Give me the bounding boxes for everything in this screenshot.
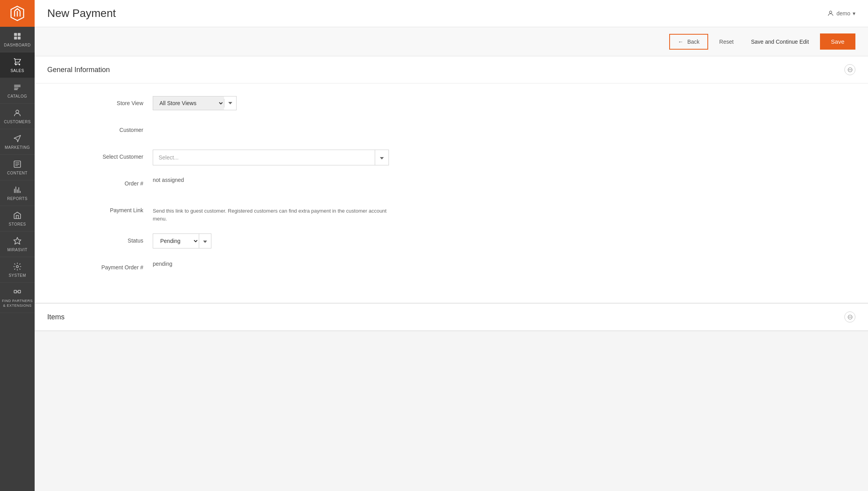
order-number-label: Order #: [66, 176, 153, 187]
items-section-header: Items ⊖: [35, 304, 868, 331]
sidebar-item-catalog[interactable]: CATALOG: [0, 78, 35, 104]
sidebar-item-catalog-label: CATALOG: [7, 94, 27, 98]
reports-icon: [13, 185, 22, 195]
status-row: Status Pending Completed Cancelled: [66, 233, 837, 249]
user-menu[interactable]: demo ▾: [827, 10, 855, 17]
svg-point-4: [16, 110, 19, 113]
select-customer-control: Select...: [153, 150, 389, 165]
sidebar-item-dashboard[interactable]: DASHBOARD: [0, 27, 35, 52]
select-customer-label: Select Customer: [66, 150, 153, 160]
sidebar-item-partners-label: FIND PARTNERS & EXTENSIONS: [2, 299, 33, 308]
store-view-select[interactable]: All Store Views Default Store View: [153, 96, 224, 110]
svg-point-10: [829, 11, 832, 13]
sidebar-item-partners[interactable]: FIND PARTNERS & EXTENSIONS: [0, 283, 35, 313]
select-customer-dropdown-btn[interactable]: [375, 150, 389, 165]
payment-order-value: pending: [153, 257, 172, 267]
general-info-form: Store View All Store Views Default Store…: [35, 83, 868, 303]
items-collapse-btn[interactable]: ⊖: [844, 311, 855, 322]
general-info-section: General Information ⊖ Store View All Sto…: [35, 56, 868, 303]
status-select[interactable]: Pending Completed Cancelled: [153, 234, 199, 248]
status-select-wrap: Pending Completed Cancelled: [153, 233, 211, 248]
payment-link-row: Payment Link Send this link to guest cus…: [66, 203, 837, 222]
payment-link-control: Send this link to guest customer. Regist…: [153, 203, 389, 222]
sidebar: DASHBOARD SALES CATALOG CUSTOMERS MARKET…: [0, 0, 35, 491]
sidebar-item-mirasvit-label: MIRASVIT: [7, 248, 27, 252]
status-dropdown-btn[interactable]: [199, 234, 211, 248]
payment-order-row: Payment Order # pending: [66, 260, 837, 276]
payment-order-control: pending: [153, 260, 389, 267]
status-control: Pending Completed Cancelled: [153, 233, 389, 248]
general-info-collapse-btn[interactable]: ⊖: [844, 64, 855, 75]
catalog-icon: [13, 83, 22, 92]
sidebar-item-stores-label: STORES: [9, 222, 26, 226]
sales-icon: [13, 57, 22, 67]
mirasvit-icon: [13, 236, 22, 246]
back-button-label: Back: [687, 39, 700, 45]
sidebar-item-customers-label: CUSTOMERS: [4, 120, 31, 124]
sidebar-item-content[interactable]: CONTENT: [0, 155, 35, 180]
store-view-select-wrap: All Store Views Default Store View: [153, 96, 237, 110]
items-section-title: Items: [47, 313, 65, 321]
payment-link-description: Send this link to guest customer. Regist…: [153, 203, 389, 222]
svg-rect-3: [18, 37, 20, 39]
back-button[interactable]: ← Back: [669, 34, 708, 50]
svg-rect-8: [14, 290, 17, 293]
sidebar-item-marketing-label: MARKETING: [5, 145, 30, 150]
sidebar-item-sales-label: SALES: [11, 69, 24, 73]
select-customer-row: Select Customer Select...: [66, 150, 837, 165]
store-view-row: Store View All Store Views Default Store…: [66, 96, 837, 112]
general-info-title: General Information: [47, 66, 110, 74]
system-icon: [13, 262, 22, 271]
svg-point-7: [16, 265, 19, 268]
logo[interactable]: [0, 0, 35, 27]
general-info-header: General Information ⊖: [35, 56, 868, 83]
payment-link-label: Payment Link: [66, 203, 153, 213]
partners-icon: [13, 287, 22, 297]
stores-icon: [13, 211, 22, 220]
save-continue-button[interactable]: Save and Continue Edit: [745, 35, 815, 49]
content-icon: [13, 159, 22, 169]
svg-rect-0: [14, 33, 17, 36]
sidebar-item-customers[interactable]: CUSTOMERS: [0, 104, 35, 129]
user-label: demo: [837, 10, 850, 17]
customer-row: Customer: [66, 123, 837, 139]
order-number-row: Order # not assigned: [66, 176, 837, 192]
sidebar-item-reports[interactable]: REPORTS: [0, 180, 35, 206]
sidebar-item-mirasvit[interactable]: MIRASVIT: [0, 232, 35, 257]
svg-rect-2: [14, 37, 17, 39]
svg-marker-6: [14, 237, 21, 244]
back-arrow-icon: ←: [678, 39, 683, 45]
items-section: Items ⊖: [35, 304, 868, 331]
sidebar-item-dashboard-label: DASHBOARD: [4, 43, 31, 47]
customers-icon: [13, 108, 22, 118]
sidebar-item-content-label: CONTENT: [7, 171, 28, 175]
store-view-dropdown-arrow[interactable]: [224, 99, 236, 107]
action-toolbar: ← Back Reset Save and Continue Edit Save: [35, 27, 868, 56]
sidebar-item-sales[interactable]: SALES: [0, 52, 35, 78]
dashboard-icon: [13, 31, 22, 41]
payment-order-label: Payment Order #: [66, 260, 153, 271]
select-customer-select[interactable]: Select...: [153, 150, 375, 165]
svg-rect-1: [18, 33, 20, 36]
content-area: General Information ⊖ Store View All Sto…: [35, 56, 868, 491]
main-content: New Payment demo ▾ ← Back Reset Save and…: [35, 0, 868, 491]
sidebar-item-marketing[interactable]: MARKETING: [0, 129, 35, 155]
sidebar-item-reports-label: REPORTS: [7, 196, 28, 201]
sidebar-item-stores[interactable]: STORES: [0, 206, 35, 232]
chevron-down-icon: [380, 157, 384, 159]
store-view-control: All Store Views Default Store View: [153, 96, 389, 110]
page-title: New Payment: [47, 7, 116, 20]
chevron-down-icon: [203, 241, 207, 243]
order-number-value: not assigned: [153, 173, 184, 183]
order-number-control: not assigned: [153, 176, 389, 183]
sidebar-item-system[interactable]: SYSTEM: [0, 257, 35, 283]
save-button[interactable]: Save: [820, 33, 855, 50]
customer-label: Customer: [66, 123, 153, 133]
select-customer-wrap: Select...: [153, 150, 389, 165]
reset-button[interactable]: Reset: [713, 35, 740, 49]
status-label: Status: [66, 233, 153, 244]
user-icon: [827, 10, 834, 17]
top-header: New Payment demo ▾: [35, 0, 868, 27]
svg-rect-9: [18, 290, 20, 293]
sidebar-item-system-label: SYSTEM: [9, 273, 26, 278]
